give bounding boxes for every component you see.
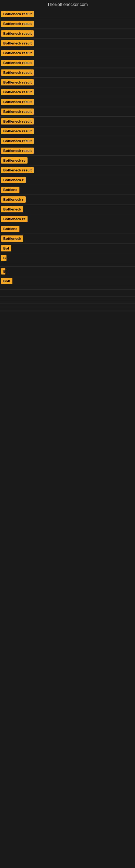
bottleneck-result-badge[interactable]: Bottleneck result [1,89,34,95]
bottleneck-result-badge[interactable]: Bottleneck r [1,196,26,203]
table-row [0,263,135,267]
bottleneck-result-badge[interactable]: B [1,255,6,261]
table-row: Bottleneck result [0,19,135,29]
table-row [0,293,135,297]
bottleneck-result-badge[interactable]: Bottlene [1,187,19,193]
table-row: Bot [0,244,135,253]
bottleneck-result-badge[interactable]: Bottleneck r [1,177,26,183]
table-row: B [0,253,135,263]
table-row: Bottleneck result [0,97,135,107]
bottleneck-result-badge[interactable]: Bottleneck re [1,216,28,222]
table-row: Bottleneck [0,234,135,244]
table-row: Bottleneck result [0,126,135,136]
bottleneck-result-badge[interactable]: Bottlene [1,226,19,232]
bottleneck-result-badge[interactable]: Bottleneck result [1,21,34,27]
table-row: Bottleneck result [0,117,135,126]
bottleneck-result-badge[interactable]: Bottleneck result [1,69,34,76]
table-row: Bottleneck re [0,214,135,224]
table-row: Bottleneck result [0,58,135,68]
table-row: Bottleneck result [0,38,135,48]
table-row: Bottleneck result [0,146,135,156]
table-row: Bottleneck re [0,156,135,165]
table-row: Bottleneck result [0,9,135,19]
table-row: Bottleneck result [0,48,135,58]
bottleneck-result-badge[interactable]: Bottleneck result [1,99,34,105]
table-row: Bottleneck r [0,195,135,205]
bottleneck-result-badge[interactable]: Bottleneck result [1,128,34,134]
bottleneck-result-badge[interactable]: Bott [1,278,12,284]
bottleneck-result-badge[interactable]: Bottleneck result [1,11,34,17]
table-row: Bottleneck result [0,136,135,146]
bottleneck-result-badge[interactable]: Bottleneck result [1,138,34,144]
bottleneck-result-badge[interactable]: Bottleneck [1,236,23,242]
table-row [0,300,135,304]
table-row: Bott [0,276,135,286]
table-row: Bottleneck r [0,175,135,185]
table-row [0,297,135,300]
table-row [0,304,135,307]
table-row: Bottleneck result [0,29,135,38]
bottleneck-result-badge[interactable]: Bottleneck result [1,40,34,46]
bottleneck-result-badge[interactable]: B [1,268,5,275]
table-row: B [0,267,135,276]
rows-container: Bottleneck resultBottleneck resultBottle… [0,9,135,311]
bottleneck-result-badge[interactable]: Bottleneck result [1,148,34,154]
site-title-text: TheBottlenecker.com [47,2,88,7]
bottleneck-result-badge[interactable]: Bottleneck result [1,118,34,124]
table-row: Bottleneck result [0,68,135,78]
table-row: Bottleneck result [0,78,135,87]
table-row: Bottleneck result [0,107,135,117]
bottleneck-result-badge[interactable]: Bottleneck re [1,157,28,163]
bottleneck-result-badge[interactable]: Bottleneck result [1,30,34,37]
bottleneck-result-badge[interactable]: Bottleneck [1,206,23,212]
site-header: TheBottlenecker.com [0,0,135,9]
bottleneck-result-badge[interactable]: Bottleneck result [1,108,34,115]
table-row [0,290,135,293]
table-row [0,307,135,311]
bottleneck-result-badge[interactable]: Bot [1,245,11,251]
table-row: Bottleneck result [0,87,135,97]
table-row: Bottleneck result [0,165,135,175]
table-row: Bottlene [0,185,135,195]
table-row [0,286,135,290]
table-row: Bottleneck [0,205,135,214]
bottleneck-result-badge[interactable]: Bottleneck result [1,167,34,173]
bottleneck-result-badge[interactable]: Bottleneck result [1,60,34,66]
table-row: Bottlene [0,224,135,234]
bottleneck-result-badge[interactable]: Bottleneck result [1,50,34,56]
bottleneck-result-badge[interactable]: Bottleneck result [1,79,34,86]
